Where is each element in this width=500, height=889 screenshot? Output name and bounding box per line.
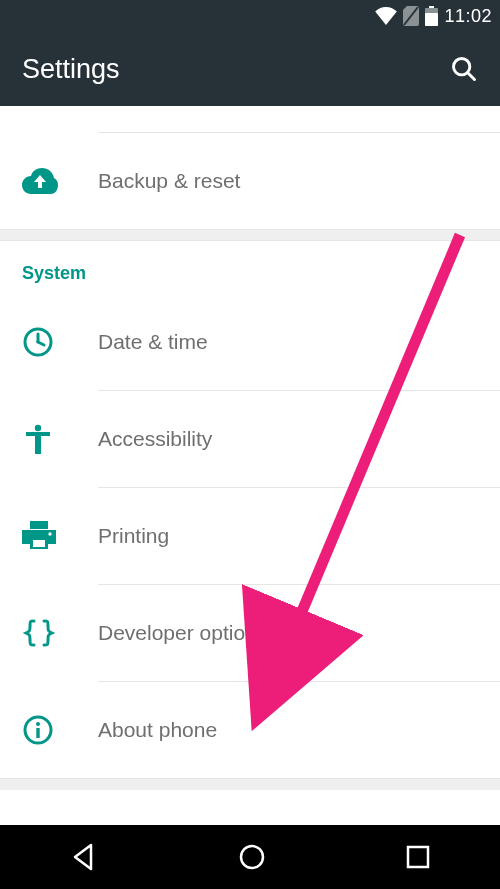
svg-rect-11	[35, 432, 41, 454]
accessibility-icon	[22, 423, 54, 455]
braces-icon	[22, 619, 56, 647]
page-title: Settings	[22, 54, 450, 85]
row-label: Accessibility	[98, 427, 212, 451]
wifi-icon	[375, 7, 397, 25]
section-gap	[0, 229, 500, 241]
svg-rect-1	[429, 6, 434, 8]
section-header-system: System	[0, 241, 500, 294]
svg-rect-20	[408, 847, 428, 867]
row-label: About phone	[98, 718, 217, 742]
row-about-phone[interactable]: About phone	[0, 682, 500, 778]
row-developer-options[interactable]: Developer options	[0, 585, 500, 681]
section-gap	[0, 778, 500, 790]
svg-point-17	[36, 722, 40, 726]
info-icon	[22, 714, 54, 746]
row-accessibility[interactable]: Accessibility	[0, 391, 500, 487]
no-sim-icon	[403, 6, 419, 26]
row-label: Date & time	[98, 330, 208, 354]
row-label: Backup & reset	[98, 169, 240, 193]
nav-back-button[interactable]	[69, 842, 99, 872]
row-backup-reset[interactable]: Backup & reset	[0, 133, 500, 229]
clock-icon	[22, 326, 54, 358]
back-icon	[69, 842, 99, 872]
printer-icon	[22, 521, 56, 551]
svg-point-9	[35, 425, 41, 431]
status-time: 11:02	[444, 6, 492, 27]
search-icon	[450, 55, 478, 83]
row-label: Developer options	[98, 621, 267, 645]
status-bar: 11:02	[0, 0, 500, 32]
screen: 11:02 Settings Backup & rese	[0, 0, 500, 889]
settings-list[interactable]: Backup & reset System Date & time	[0, 106, 500, 825]
section-personal-tail: Backup & reset	[0, 106, 500, 229]
home-icon	[237, 842, 267, 872]
svg-rect-13	[32, 539, 46, 548]
svg-line-5	[468, 73, 475, 80]
svg-point-15	[48, 532, 51, 535]
svg-rect-12	[30, 521, 48, 529]
row-label: Printing	[98, 524, 169, 548]
section-system: System Date & time	[0, 241, 500, 778]
svg-rect-3	[425, 13, 438, 26]
nav-home-button[interactable]	[237, 842, 267, 872]
nav-recent-button[interactable]	[405, 844, 431, 870]
recent-apps-icon	[405, 844, 431, 870]
navigation-bar	[0, 825, 500, 889]
search-button[interactable]	[450, 55, 478, 83]
app-bar: Settings	[0, 32, 500, 106]
cloud-up-icon	[22, 168, 58, 194]
svg-line-8	[38, 342, 44, 345]
battery-icon	[425, 6, 438, 26]
svg-rect-18	[36, 728, 39, 738]
svg-point-19	[241, 846, 263, 868]
row-date-time[interactable]: Date & time	[0, 294, 500, 390]
row-printing[interactable]: Printing	[0, 488, 500, 584]
